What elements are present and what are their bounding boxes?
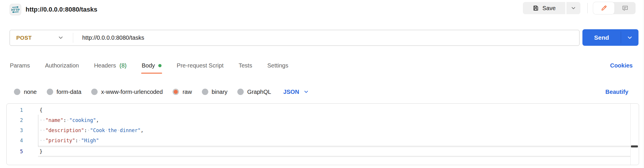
url-input[interactable]: http://0.0.0.0:8080/tasks (82, 30, 144, 45)
code-line-content: } (40, 147, 42, 156)
pencil-icon (600, 5, 607, 12)
body-type-option-label: GraphQL (247, 89, 271, 95)
comments-button[interactable] (614, 2, 636, 14)
code-line-1: 1{ (7, 105, 630, 115)
tab-label: Settings (267, 62, 288, 69)
tab-tests[interactable]: Tests (238, 57, 253, 74)
edit-mode-button[interactable] (593, 2, 614, 14)
radio-icon (91, 89, 98, 95)
save-icon (532, 5, 539, 11)
page-right-edge (643, 0, 643, 168)
http-method-badge: HTTP (10, 4, 21, 15)
radio-icon (14, 89, 20, 95)
radio-icon (237, 89, 244, 95)
edit-comment-segmented-control (593, 2, 636, 14)
tab-label: Pre-request Script (177, 62, 223, 69)
send-button-group: Send (582, 29, 638, 46)
chevron-down-icon (303, 89, 309, 95)
chevron-down-icon (571, 5, 576, 11)
line-number: 3 (7, 125, 23, 136)
tab-label: Authorization (45, 62, 79, 69)
request-url-bar: POST http://0.0.0.0:8080/tasks (10, 30, 580, 46)
body-type-option-label: none (24, 89, 37, 95)
code-line-content: ··"priority":·"High" (40, 136, 99, 146)
body-type-option-label: raw (182, 89, 192, 95)
http-icon: HTTP (10, 5, 20, 14)
body-type-row: noneform-datax-www-form-urlencodedrawbin… (14, 86, 309, 97)
body-code-editor[interactable]: 1{2··"name":·"cooking",3··"description":… (6, 103, 639, 165)
indent-guide (38, 125, 38, 136)
tab-pre-request-script[interactable]: Pre-request Script (176, 57, 224, 74)
code-line-4: 4··"priority":·"High" (7, 136, 630, 146)
page-title: http://0.0.0.0:8080/tasks (26, 6, 97, 13)
send-button[interactable]: Send (582, 29, 621, 46)
method-select-chevron[interactable] (58, 34, 64, 41)
header-divider (587, 3, 588, 13)
save-button[interactable]: Save (523, 2, 565, 14)
editor-scrollbar-thumb[interactable] (631, 145, 638, 147)
tab-count-badge: (8) (119, 62, 126, 69)
body-type-option-x-www-form-urlencoded[interactable]: x-www-form-urlencoded (91, 89, 163, 95)
body-type-option-binary[interactable]: binary (202, 89, 227, 95)
indent-guide (38, 115, 38, 126)
tab-label: Body (142, 62, 155, 69)
tab-label: Tests (238, 62, 252, 69)
comment-icon (622, 5, 629, 12)
body-type-option-label: x-www-form-urlencoded (101, 89, 163, 95)
http-request-page: HTTP http://0.0.0.0:8080/tasks Save (0, 0, 644, 168)
chevron-down-icon (627, 34, 633, 41)
language-select-label: JSON (283, 89, 299, 95)
url-bar-divider (73, 33, 73, 43)
tab-params[interactable]: Params (9, 57, 31, 74)
tab-label: Params (10, 62, 30, 69)
body-type-option-form-data[interactable]: form-data (47, 89, 82, 95)
code-line-2: 2··"name":·"cooking", (7, 115, 630, 125)
line-number: 5 (7, 147, 23, 156)
method-select[interactable]: POST (16, 30, 32, 45)
tab-body[interactable]: Body (141, 57, 162, 74)
svg-text:HTTP: HTTP (11, 8, 20, 12)
code-line-5: 5} (7, 147, 630, 156)
radio-icon (202, 89, 208, 95)
body-type-option-label: form-data (57, 89, 82, 95)
body-type-option-label: binary (212, 89, 227, 95)
chevron-down-icon (58, 34, 64, 41)
radio-selected-icon (173, 89, 179, 95)
tab-label: Headers (94, 62, 116, 69)
request-tabs: ParamsAuthorizationHeaders(8)BodyPre-req… (9, 57, 289, 74)
body-type-option-none[interactable]: none (14, 89, 37, 95)
unsaved-changes-dot (158, 64, 162, 67)
editor-scrollbar-track (630, 104, 631, 165)
line-number: 1 (7, 105, 23, 115)
line-number: 4 (7, 136, 23, 146)
code-line-content: { (40, 105, 42, 115)
indent-guide (38, 135, 38, 147)
body-type-option-raw[interactable]: raw (173, 89, 192, 95)
line-number: 2 (7, 115, 23, 125)
tab-settings[interactable]: Settings (267, 57, 289, 74)
body-type-option-graphql[interactable]: GraphQL (237, 89, 271, 95)
tab-authorization[interactable]: Authorization (44, 57, 80, 74)
send-options-chevron-button[interactable] (621, 29, 638, 46)
code-line-content: ··"description":·"Cook·the·dinner", (40, 125, 143, 136)
radio-icon (47, 89, 53, 95)
code-line-3: 3··"description":·"Cook·the·dinner", (7, 125, 630, 136)
save-button-label: Save (542, 5, 556, 12)
beautify-link[interactable]: Beautify (605, 86, 628, 97)
save-options-chevron-button[interactable] (566, 2, 580, 14)
language-select[interactable]: JSON (283, 89, 309, 95)
code-line-content: ··"name":·"cooking", (40, 115, 99, 125)
tab-headers[interactable]: Headers(8) (94, 57, 127, 74)
cookies-link[interactable]: Cookies (610, 57, 633, 74)
active-line-highlight-bottom (38, 156, 631, 157)
